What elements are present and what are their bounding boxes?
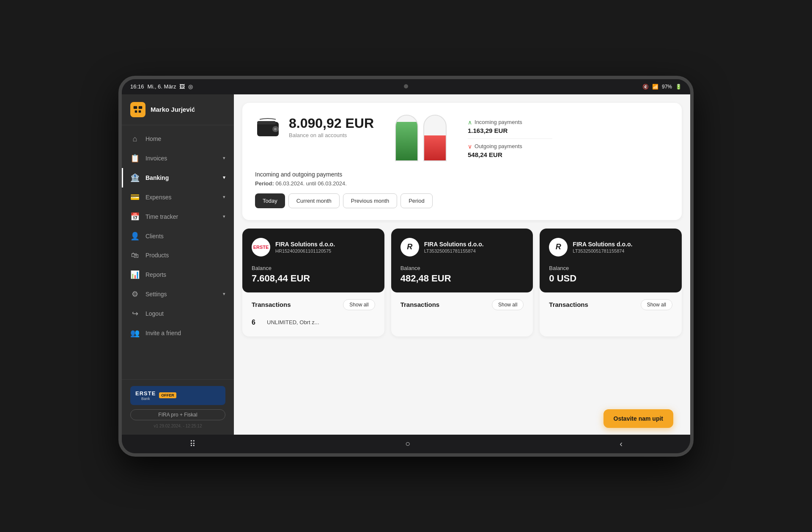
sidebar-user: Marko Jurjević xyxy=(122,94,234,125)
payments-info-title: Incoming and outgoing payments xyxy=(255,171,669,178)
chevron-down-icon-expenses: ▾ xyxy=(223,194,225,200)
chart-bar-red xyxy=(423,115,447,161)
bank-ad-button[interactable]: ERSTE Bank OFFER xyxy=(130,386,225,405)
period-value: 06.03.2024. until 06.03.2024. xyxy=(275,180,346,187)
nav-items: ⌂ Home 📋 Invoices ▾ 🏦 Banking ▾ 💳 Expens… xyxy=(122,125,234,379)
arrow-up-icon: ∧ xyxy=(468,119,472,126)
nav-label-banking: Banking xyxy=(145,174,169,181)
account-top-erste: ERSTE FIRA Solutions d.o.o. HR1524020061… xyxy=(242,229,384,292)
balance-section: 8.090,92 EUR Balance on all accounts xyxy=(289,116,374,138)
cta-popup-button[interactable]: Ostavite nam upit xyxy=(604,409,673,428)
main-content: 8.090,92 EUR Balance on all accounts xyxy=(234,94,690,435)
chevron-down-icon-time: ▾ xyxy=(223,214,225,219)
revolut-logo-icon-1: R xyxy=(401,238,419,256)
nav-label-products: Products xyxy=(145,252,169,259)
clients-icon: 👤 xyxy=(130,232,140,241)
balance-amount-revolut-1: 482,48 EUR xyxy=(401,273,524,284)
banking-icon: 🏦 xyxy=(130,173,140,182)
arrow-down-icon: ∨ xyxy=(468,143,472,150)
period-button[interactable]: Period xyxy=(401,193,433,208)
bottom-bar: ⠿ ○ ‹ xyxy=(122,435,690,453)
period-info: Period: 06.03.2024. until 06.03.2024. xyxy=(255,180,669,187)
show-all-button-revolut-2[interactable]: Show all xyxy=(641,299,672,310)
plan-badge[interactable]: FIRA pro + Fiskal xyxy=(130,409,225,420)
incoming-amount: 1.163,29 EUR xyxy=(468,127,552,134)
chevron-down-icon: ▾ xyxy=(223,155,225,161)
invite-icon: 👥 xyxy=(130,328,140,338)
back-icon[interactable]: ‹ xyxy=(620,439,623,449)
current-month-button[interactable]: Current month xyxy=(288,193,340,208)
payment-chart xyxy=(395,115,447,161)
screen: Marko Jurjević ⌂ Home 📋 Invoices ▾ 🏦 Ban… xyxy=(122,94,690,435)
payments-summary: ∧ Incoming payments 1.163,29 EUR ∨ Outgo… xyxy=(468,115,552,163)
wallet-icon xyxy=(255,115,280,140)
battery-display: 97% xyxy=(662,84,672,90)
sidebar-item-reports[interactable]: 📊 Reports xyxy=(122,265,234,284)
show-all-button-revolut-1[interactable]: Show all xyxy=(492,299,524,310)
transactions-title-revolut-1: Transactions xyxy=(401,301,440,308)
location-icon: ◎ xyxy=(188,83,193,90)
transaction-number: 6 xyxy=(252,319,262,326)
period-buttons: Today Current month Previous month Perio… xyxy=(255,193,669,208)
today-button[interactable]: Today xyxy=(255,193,285,208)
time-display: 16:16 xyxy=(130,83,144,90)
balance-amount-revolut-2: 0 USD xyxy=(549,273,672,284)
sidebar-item-time-tracker[interactable]: 📅 Time tracker ▾ xyxy=(122,207,234,226)
account-bottom-erste: Transactions Show all 6 UNLIMITED, Obrt … xyxy=(242,292,384,336)
svg-rect-3 xyxy=(138,110,141,113)
transaction-name: UNLIMITED, Obrt z... xyxy=(267,319,319,325)
sidebar-item-expenses[interactable]: 💳 Expenses ▾ xyxy=(122,187,234,207)
transactions-header-erste: Transactions Show all xyxy=(252,299,375,310)
balance-label-revolut-1: Balance xyxy=(401,265,524,271)
incoming-payment-row: ∧ Incoming payments 1.163,29 EUR xyxy=(468,115,552,138)
nav-label-reports: Reports xyxy=(145,271,166,278)
account-info-erste: FIRA Solutions d.o.o. HR1524020061101120… xyxy=(275,241,335,254)
version-text: v1 29.02.2024. - 12:25:12 xyxy=(130,424,225,428)
nav-label-home: Home xyxy=(145,135,161,142)
previous-month-button[interactable]: Previous month xyxy=(343,193,397,208)
balance-amount-erste: 7.608,44 EUR xyxy=(252,273,375,284)
status-bar: 16:16 Mi., 6. März 🖼 ◎ 🔇 📶 97% 🔋 xyxy=(122,79,690,94)
balance-label-erste: Balance xyxy=(252,265,375,271)
account-header-revolut-2: R FIRA Solutions d.o.o. LT35325005178115… xyxy=(549,238,672,256)
sidebar-item-banking[interactable]: 🏦 Banking ▾ xyxy=(122,168,234,187)
total-balance: 8.090,92 EUR xyxy=(289,116,374,131)
sidebar: Marko Jurjević ⌂ Home 📋 Invoices ▾ 🏦 Ban… xyxy=(122,94,234,435)
outgoing-amount: 548,24 EUR xyxy=(468,151,552,158)
grid-icon[interactable]: ⠿ xyxy=(189,439,196,449)
account-top-revolut-2: R FIRA Solutions d.o.o. LT35325005178115… xyxy=(540,229,682,292)
sidebar-item-invoices[interactable]: 📋 Invoices ▾ xyxy=(122,149,234,168)
sidebar-item-settings[interactable]: ⚙ Settings ▾ xyxy=(122,284,234,304)
sidebar-item-clients[interactable]: 👤 Clients xyxy=(122,226,234,246)
outgoing-payment-row: ∨ Outgoing payments 548,24 EUR xyxy=(468,138,552,163)
banking-overview-card: 8.090,92 EUR Balance on all accounts xyxy=(242,103,682,220)
accounts-section: ERSTE FIRA Solutions d.o.o. HR1524020061… xyxy=(242,229,682,336)
table-row: 6 UNLIMITED, Obrt z... xyxy=(252,315,375,330)
logout-icon: ↪ xyxy=(130,309,140,318)
nav-label-expenses: Expenses xyxy=(145,194,171,201)
mute-icon: 🔇 xyxy=(642,84,649,90)
chart-bar-green xyxy=(395,115,418,161)
sidebar-bottom: ERSTE Bank OFFER FIRA pro + Fiskal v1 29… xyxy=(122,379,234,435)
chevron-down-icon-banking: ▾ xyxy=(223,175,225,180)
account-iban-erste: HR1524020061101120575 xyxy=(275,248,335,254)
nav-label-time-tracker: Time tracker xyxy=(145,213,178,220)
transactions-header-revolut-1: Transactions Show all xyxy=(401,299,524,310)
revolut-logo-icon-2: R xyxy=(549,238,568,256)
account-info-revolut-2: FIRA Solutions d.o.o. LT3532500517811558… xyxy=(573,241,632,254)
home-circle-icon[interactable]: ○ xyxy=(405,439,410,449)
settings-icon: ⚙ xyxy=(130,289,140,299)
account-iban-revolut-1: LT353250051781155874 xyxy=(424,248,484,254)
account-card-erste: ERSTE FIRA Solutions d.o.o. HR1524020061… xyxy=(242,229,384,336)
incoming-label: Incoming payments xyxy=(475,119,522,125)
balance-label: Balance on all accounts xyxy=(289,132,374,138)
account-bottom-revolut-2: Transactions Show all xyxy=(540,292,682,322)
sidebar-item-products[interactable]: 🛍 Products xyxy=(122,246,234,265)
account-name-revolut-2: FIRA Solutions d.o.o. xyxy=(573,241,632,248)
sidebar-item-invite[interactable]: 👥 Invite a friend xyxy=(122,323,234,343)
sidebar-item-logout[interactable]: ↪ Logout xyxy=(122,304,234,323)
show-all-button-erste[interactable]: Show all xyxy=(343,299,375,310)
account-iban-revolut-2: LT353250051781155874 xyxy=(573,248,632,254)
sidebar-item-home[interactable]: ⌂ Home xyxy=(122,130,234,149)
outgoing-label: Outgoing payments xyxy=(475,143,522,149)
